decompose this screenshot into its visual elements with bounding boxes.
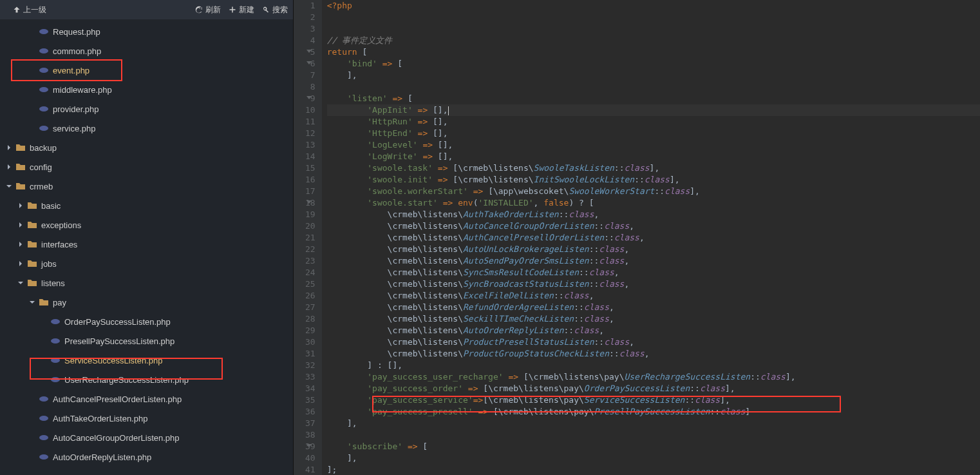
file-item[interactable]: UserRechargeSuccessListen.php — [0, 370, 293, 389]
line-number[interactable]: 41 — [305, 464, 316, 475]
editor-gutter[interactable]: 1234567891011121314151617181920212223242… — [294, 0, 322, 475]
line-number[interactable]: 1 — [305, 0, 316, 12]
file-tree[interactable]: Request.phpcommon.phpevent.phpmiddleware… — [0, 19, 293, 475]
line-number[interactable]: 7 — [305, 70, 316, 81]
code-line[interactable]: \crmeb\listens\AuthCancelPresellOrderLis… — [327, 232, 980, 244]
file-item[interactable]: event.php — [0, 61, 293, 80]
line-number[interactable]: 5 — [305, 46, 316, 58]
code-line[interactable]: 'LogLevel' => [], — [327, 139, 980, 151]
line-number[interactable]: 21 — [305, 232, 316, 244]
code-line[interactable]: 'pay_success_order' => [\crmeb\listens\p… — [327, 383, 980, 394]
code-line[interactable]: 'swoole.workerStart' => [\app\webscoket\… — [327, 186, 980, 197]
line-number[interactable]: 33 — [305, 371, 316, 383]
line-number[interactable]: 27 — [305, 302, 316, 313]
code-line[interactable]: \crmeb\listens\SyncSmsResultCodeListen::… — [327, 267, 980, 278]
line-number[interactable]: 40 — [305, 452, 316, 464]
line-number[interactable]: 26 — [305, 290, 316, 302]
file-item[interactable]: OrderPaySuccessListen.php — [0, 312, 293, 331]
line-number[interactable]: 39 — [305, 441, 316, 452]
file-item[interactable]: common.php — [0, 41, 293, 61]
code-line[interactable]: \crmeb\listens\AutoCancelGroupOrderListe… — [327, 220, 980, 232]
file-item[interactable]: service.php — [0, 119, 293, 138]
new-button[interactable]: 新建 — [229, 5, 254, 15]
code-line[interactable]: ], — [327, 70, 980, 81]
line-number[interactable]: 37 — [305, 418, 316, 429]
code-line[interactable]: // 事件定义文件 — [327, 35, 980, 46]
line-number[interactable]: 18 — [305, 197, 316, 209]
folder-item[interactable]: crmeb — [0, 177, 293, 196]
file-item[interactable]: AuthTakeOrderListen.php — [0, 409, 293, 428]
line-number[interactable]: 36 — [305, 406, 316, 418]
code-editor[interactable]: 1234567891011121314151617181920212223242… — [294, 0, 980, 475]
code-line[interactable]: \crmeb\listens\ProductPresellStatusListe… — [327, 336, 980, 348]
code-line[interactable]: \crmeb\listens\ExcelFileDelListen::class… — [327, 290, 980, 302]
line-number[interactable]: 29 — [305, 325, 316, 336]
code-line[interactable]: 'subscribe' => [ — [327, 441, 980, 452]
line-number[interactable]: 35 — [305, 394, 316, 406]
folder-item[interactable]: jobs — [0, 254, 293, 273]
folder-item[interactable]: config — [0, 157, 293, 177]
line-number[interactable]: 32 — [305, 360, 316, 371]
code-line[interactable]: 'listen' => [ — [327, 93, 980, 104]
code-line[interactable]: 'HttpRun' => [], — [327, 116, 980, 128]
line-number[interactable]: 31 — [305, 348, 316, 360]
code-line[interactable]: \crmeb\listens\AutoUnLockBrokerageListen… — [327, 244, 980, 255]
file-item[interactable]: AutoOrderReplyListen.php — [0, 447, 293, 467]
code-line[interactable]: return [ — [327, 46, 980, 58]
line-number[interactable]: 23 — [305, 255, 316, 267]
line-number[interactable]: 16 — [305, 174, 316, 186]
editor-code-area[interactable]: <?php // 事件定义文件return [ 'bind' => [ ], '… — [322, 0, 980, 475]
line-number[interactable]: 34 — [305, 383, 316, 394]
code-line[interactable]: ] : [], — [327, 360, 980, 371]
folder-item[interactable]: exceptions — [0, 215, 293, 235]
line-number[interactable]: 10 — [305, 104, 316, 116]
code-line[interactable]: ]; — [327, 464, 980, 475]
code-line[interactable]: 'LogWrite' => [], — [327, 151, 980, 162]
search-button[interactable]: 搜索 — [262, 5, 288, 15]
line-number[interactable]: 6 — [305, 58, 316, 70]
code-line[interactable] — [327, 429, 980, 441]
line-number[interactable]: 12 — [305, 128, 316, 139]
file-item[interactable]: Request.php — [0, 22, 293, 41]
line-number[interactable]: 4 — [305, 35, 316, 46]
code-line[interactable] — [327, 81, 980, 93]
line-number[interactable]: 15 — [305, 162, 316, 174]
folder-item[interactable]: basic — [0, 196, 293, 215]
line-number[interactable]: 8 — [305, 81, 316, 93]
up-button[interactable]: 上一级 — [13, 5, 46, 15]
code-line[interactable]: 'pay_success_presell' => [\crmeb\listens… — [327, 406, 980, 418]
code-line[interactable]: \crmeb\listens\AutoOrderReplyListen::cla… — [327, 325, 980, 336]
line-number[interactable]: 11 — [305, 116, 316, 128]
line-number[interactable]: 2 — [305, 12, 316, 23]
line-number[interactable]: 13 — [305, 139, 316, 151]
code-line[interactable]: ], — [327, 418, 980, 429]
line-number[interactable]: 30 — [305, 336, 316, 348]
code-line[interactable]: 'pay_success_user_recharge' => [\crmeb\l… — [327, 371, 980, 383]
code-line[interactable]: 'swoole.start' => env('INSTALLED', false… — [327, 197, 980, 209]
code-line[interactable]: <?php — [327, 0, 980, 12]
code-line[interactable] — [327, 23, 980, 35]
code-line[interactable]: 'swoole.init' => [\crmeb\listens\InitSwo… — [327, 174, 980, 186]
code-line[interactable] — [327, 12, 980, 23]
file-item[interactable]: AutoCancelGroupOrderListen.php — [0, 428, 293, 447]
folder-item[interactable]: backup — [0, 138, 293, 157]
line-number[interactable]: 24 — [305, 267, 316, 278]
file-item[interactable]: ServiceSuccessListen.php — [0, 351, 293, 370]
code-line[interactable]: \crmeb\listens\SyncBroadcastStatusListen… — [327, 278, 980, 290]
file-item[interactable]: middleware.php — [0, 80, 293, 99]
line-number[interactable]: 17 — [305, 186, 316, 197]
folder-item[interactable]: interfaces — [0, 235, 293, 254]
code-line[interactable]: 'AppInit' => [], — [327, 104, 980, 116]
code-line[interactable]: \crmeb\listens\AutoSendPayOrderSmsListen… — [327, 255, 980, 267]
line-number[interactable]: 25 — [305, 278, 316, 290]
line-number[interactable]: 20 — [305, 220, 316, 232]
code-line[interactable]: ], — [327, 452, 980, 464]
code-line[interactable]: 'pay_success_service'=>[\crmeb\listens\p… — [327, 394, 980, 406]
code-line[interactable]: \crmeb\listens\AuthTakeOrderListen::clas… — [327, 209, 980, 220]
code-line[interactable]: 'HttpEnd' => [], — [327, 128, 980, 139]
code-line[interactable]: 'swoole.task' => [\crmeb\listens\SwooleT… — [327, 162, 980, 174]
line-number[interactable]: 22 — [305, 244, 316, 255]
code-line[interactable]: \crmeb\listens\RefundOrderAgreeListen::c… — [327, 302, 980, 313]
line-number[interactable]: 38 — [305, 429, 316, 441]
code-line[interactable]: 'bind' => [ — [327, 58, 980, 70]
